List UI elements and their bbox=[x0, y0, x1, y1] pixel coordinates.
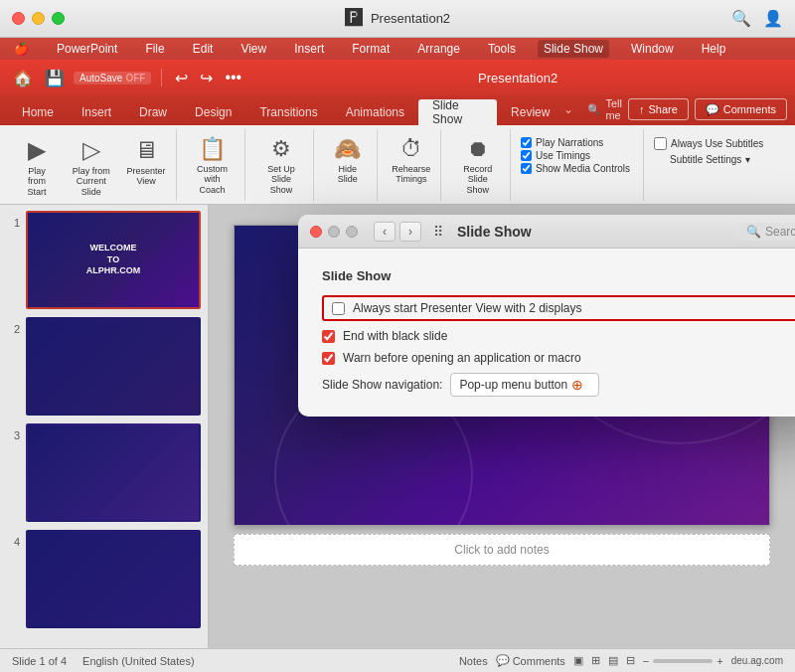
edit-menu[interactable]: Edit bbox=[187, 40, 220, 58]
rehearse-button[interactable]: ⏱ RehearseTimings bbox=[387, 133, 435, 189]
zoom-out-icon[interactable]: − bbox=[643, 655, 649, 667]
website-link[interactable]: deu.ag.com bbox=[731, 655, 783, 666]
title-bar: 🅿 Presentation2 🔍 👤 bbox=[0, 0, 795, 38]
dialog-search[interactable]: 🔍 Search bbox=[736, 223, 795, 241]
expand-ribbon-icon[interactable]: ⌄ bbox=[563, 102, 573, 116]
comments-status-button[interactable]: 💬 Comments bbox=[496, 654, 565, 667]
subtitle-settings-button[interactable]: Subtitle Settings ▾ bbox=[670, 154, 763, 165]
view-reading-icon[interactable]: ▤ bbox=[608, 654, 618, 667]
minimize-button[interactable] bbox=[32, 12, 45, 25]
setup-button[interactable]: ⚙ Set UpSlide Show bbox=[255, 133, 308, 199]
window-menu[interactable]: Window bbox=[625, 40, 680, 58]
play-current-label: Play fromCurrent Slide bbox=[67, 166, 116, 198]
tab-design[interactable]: Design bbox=[181, 99, 245, 125]
view-presenter-icon[interactable]: ⊟ bbox=[626, 654, 635, 667]
option2-container: End with black slide bbox=[322, 329, 795, 343]
play-narrations-option[interactable]: Play Narrations bbox=[521, 137, 630, 148]
slide-thumb-4[interactable]: 4 bbox=[4, 528, 204, 630]
use-timings-option[interactable]: Use Timings bbox=[521, 150, 630, 161]
share-icon[interactable]: 👤 bbox=[763, 9, 783, 28]
option2-checkbox[interactable] bbox=[322, 330, 335, 343]
tab-review[interactable]: Review bbox=[497, 99, 563, 125]
slide-info: Slide 1 of 4 bbox=[12, 655, 67, 667]
window-title-area: 🅿 Presentation2 bbox=[345, 8, 450, 29]
play-narrations-checkbox[interactable] bbox=[521, 137, 532, 148]
nav-select[interactable]: Pop-up menu button ⊕ bbox=[450, 373, 599, 397]
slide-image-4[interactable] bbox=[26, 530, 201, 628]
dialog-max-button[interactable] bbox=[346, 226, 358, 238]
option3-checkbox[interactable] bbox=[322, 352, 335, 365]
show-media-option[interactable]: Show Media Controls bbox=[521, 163, 630, 174]
slide-image-3[interactable] bbox=[26, 423, 201, 522]
dialog-back-button[interactable]: ‹ bbox=[374, 222, 396, 242]
save-icon[interactable]: 💾 bbox=[42, 66, 68, 90]
powerpoint-menu[interactable]: PowerPoint bbox=[51, 40, 123, 58]
record-button[interactable]: ⏺ RecordSlide Show bbox=[451, 133, 504, 199]
tab-draw[interactable]: Draw bbox=[125, 99, 181, 125]
option1-checkbox[interactable] bbox=[332, 302, 345, 315]
apple-menu[interactable]: 🍎 bbox=[8, 40, 35, 58]
format-menu[interactable]: Format bbox=[346, 40, 396, 58]
slide-thumb-3[interactable]: 3 bbox=[4, 421, 204, 524]
search-icon[interactable]: 🔍 bbox=[731, 9, 751, 28]
show-media-checkbox[interactable] bbox=[521, 163, 532, 174]
editing-area[interactable]: ALPHR.COM Click to add notes ‹ › ⠿ Sl bbox=[209, 205, 795, 648]
slide-thumb-1[interactable]: 1 WELCOMETOALPHR.COM bbox=[4, 209, 204, 311]
view-menu[interactable]: View bbox=[235, 40, 272, 58]
undo-icon[interactable]: ↩ bbox=[172, 66, 191, 90]
search-icon: 🔍 bbox=[587, 103, 601, 116]
close-button[interactable] bbox=[12, 12, 25, 25]
zoom-control[interactable]: − + bbox=[643, 655, 723, 667]
tell-me-area[interactable]: 🔍 Tell me bbox=[587, 97, 622, 121]
help-menu[interactable]: Help bbox=[696, 40, 732, 58]
dialog-close-button[interactable] bbox=[310, 226, 322, 238]
hide-slide-button[interactable]: 🙈 HideSlide bbox=[326, 133, 370, 189]
home-icon[interactable]: 🏠 bbox=[10, 66, 36, 90]
custom-button[interactable]: 📋 Customwith Coach bbox=[187, 133, 238, 199]
dialog-grid-icon[interactable]: ⠿ bbox=[433, 224, 443, 240]
media-label: Show Media Controls bbox=[536, 163, 630, 174]
slideshow-menu[interactable]: Slide Show bbox=[538, 40, 609, 58]
slide-image-2[interactable] bbox=[26, 317, 201, 416]
notes-button[interactable]: Notes bbox=[459, 655, 488, 667]
always-subtitles-checkbox[interactable] bbox=[654, 137, 667, 150]
ribbon-group-hide: 🙈 HideSlide bbox=[318, 129, 378, 201]
slide-num-3: 3 bbox=[6, 429, 20, 441]
file-menu[interactable]: File bbox=[139, 40, 170, 58]
slide-num-2: 2 bbox=[6, 323, 20, 335]
dialog-nav: ‹ › bbox=[374, 222, 421, 242]
dialog-forward-button[interactable]: › bbox=[399, 222, 421, 242]
tab-home[interactable]: Home bbox=[8, 99, 68, 125]
app-icon: 🅿 bbox=[345, 8, 363, 29]
zoom-slider[interactable] bbox=[653, 659, 713, 663]
insert-menu[interactable]: Insert bbox=[288, 40, 330, 58]
slide-thumb-2[interactable]: 2 bbox=[4, 315, 204, 418]
tools-menu[interactable]: Tools bbox=[482, 40, 522, 58]
share-button[interactable]: ↑ Share bbox=[628, 98, 689, 120]
use-timings-checkbox[interactable] bbox=[521, 150, 532, 161]
autosave-toggle[interactable]: AutoSave OFF bbox=[74, 72, 151, 84]
slideshow-dialog[interactable]: ‹ › ⠿ Slide Show 🔍 Search Slide Show bbox=[298, 215, 795, 417]
dialog-min-button[interactable] bbox=[328, 226, 340, 238]
language: English (United States) bbox=[82, 655, 195, 667]
maximize-button[interactable] bbox=[52, 12, 65, 25]
view-normal-icon[interactable]: ▣ bbox=[573, 654, 583, 667]
comments-button[interactable]: 💬 Comments bbox=[695, 98, 787, 120]
play-from-start-button[interactable]: ▶ Play fromStart bbox=[14, 133, 60, 201]
tab-transitions[interactable]: Transitions bbox=[245, 99, 331, 125]
click-to-add-notes[interactable]: Click to add notes bbox=[234, 534, 770, 566]
tab-slideshow[interactable]: Slide Show bbox=[418, 99, 497, 125]
custom-icon: 📋 bbox=[199, 136, 226, 162]
arrange-menu[interactable]: Arrange bbox=[411, 40, 466, 58]
presenter-view-button[interactable]: 🖥 PresenterView bbox=[123, 133, 170, 191]
tab-animations[interactable]: Animations bbox=[332, 99, 418, 125]
redo-icon[interactable]: ↪ bbox=[197, 66, 216, 90]
more-icon[interactable]: ••• bbox=[222, 66, 244, 89]
view-grid-icon[interactable]: ⊞ bbox=[591, 654, 600, 667]
zoom-in-icon[interactable]: + bbox=[716, 655, 722, 667]
slide-image-1[interactable]: WELCOMETOALPHR.COM bbox=[26, 211, 201, 309]
play-current-button[interactable]: ▷ Play fromCurrent Slide bbox=[62, 133, 121, 201]
tab-insert[interactable]: Insert bbox=[68, 99, 125, 125]
always-subtitles-option[interactable]: Always Use Subtitles bbox=[654, 137, 763, 150]
slide-panel[interactable]: 1 WELCOMETOALPHR.COM 2 3 4 bbox=[0, 205, 209, 648]
